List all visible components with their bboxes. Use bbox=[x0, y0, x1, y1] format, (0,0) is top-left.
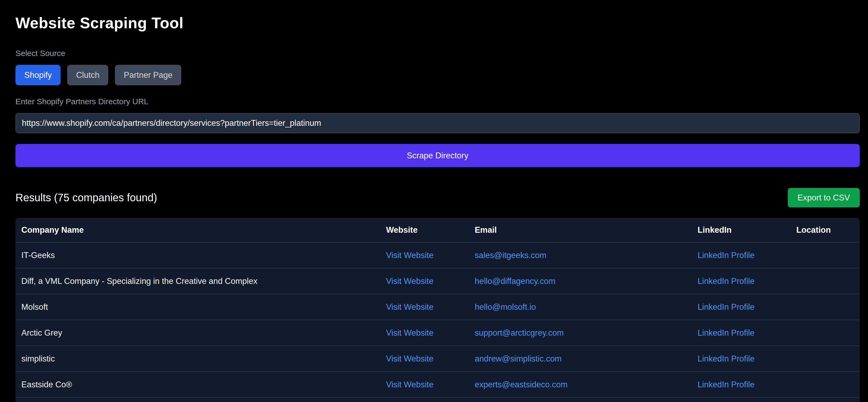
results-table: Company Name Website Email LinkedIn Loca… bbox=[16, 218, 860, 402]
email-cell: hello@molsoft.io bbox=[469, 294, 692, 320]
website-cell: Visit Website bbox=[380, 268, 469, 294]
visit-website-link[interactable]: Visit Website bbox=[386, 276, 433, 286]
directory-url-input[interactable] bbox=[16, 113, 860, 133]
visit-website-link[interactable]: Visit Website bbox=[386, 302, 433, 312]
email-link[interactable]: hello@diffagency.com bbox=[475, 276, 556, 286]
results-bar: Results (75 companies found) Export to C… bbox=[16, 188, 860, 207]
results-heading: Results (75 companies found) bbox=[16, 192, 157, 204]
location-cell bbox=[790, 268, 860, 294]
visit-website-link[interactable]: Visit Website bbox=[386, 380, 433, 389]
source-button-partner-page[interactable]: Partner Page bbox=[115, 65, 181, 85]
page-title: Website Scraping Tool bbox=[16, 14, 860, 32]
website-cell: Visit Website bbox=[380, 294, 469, 320]
header-website: Website bbox=[380, 218, 469, 242]
visit-website-link[interactable]: Visit Website bbox=[386, 354, 433, 363]
linkedin-profile-link[interactable]: LinkedIn Profile bbox=[698, 276, 755, 286]
source-button-shopify[interactable]: Shopify bbox=[16, 65, 61, 85]
email-cell: hello@diffagency.com bbox=[469, 268, 692, 294]
company-name-cell: Arctic Grey bbox=[16, 320, 380, 346]
select-source-label: Select Source bbox=[16, 49, 860, 58]
linkedin-profile-link[interactable]: LinkedIn Profile bbox=[698, 354, 755, 363]
website-cell: Visit Website bbox=[380, 320, 469, 346]
website-cell: Visit Website bbox=[380, 346, 469, 372]
company-name-cell: Eastside Co® bbox=[16, 372, 380, 398]
header-location: Location bbox=[790, 218, 860, 242]
location-cell bbox=[790, 346, 860, 372]
linkedin-cell: LinkedIn Profile bbox=[692, 294, 791, 320]
table-row: MolsoftVisit Websitehello@molsoft.ioLink… bbox=[16, 294, 860, 320]
table-row: Eastside Co®Visit Websiteexperts@eastsid… bbox=[16, 372, 860, 398]
table-header: Company Name Website Email LinkedIn Loca… bbox=[16, 218, 860, 242]
table-row: Arctic GreyVisit Websitesupport@arcticgr… bbox=[16, 320, 860, 346]
visit-website-link[interactable]: Visit Website bbox=[386, 251, 433, 260]
export-csv-button[interactable]: Export to CSV bbox=[788, 188, 860, 207]
email-cell: support@arcticgrey.com bbox=[469, 320, 692, 346]
company-name-cell: Diff, a VML Company - Specializing in th… bbox=[16, 268, 380, 294]
table-row: simplisticVisit Websiteandrew@simplistic… bbox=[16, 346, 860, 372]
location-cell bbox=[790, 372, 860, 398]
company-name-cell: IT-Geeks bbox=[16, 242, 380, 268]
email-cell: sales@itgeeks.com bbox=[469, 242, 692, 268]
linkedin-cell: LinkedIn Profile bbox=[692, 346, 791, 372]
source-button-group: Shopify Clutch Partner Page bbox=[16, 65, 860, 85]
table-row-partial bbox=[16, 398, 860, 402]
company-name-cell: Molsoft bbox=[16, 294, 380, 320]
header-email: Email bbox=[469, 218, 692, 242]
header-company-name: Company Name bbox=[16, 218, 380, 242]
location-cell bbox=[790, 242, 860, 268]
linkedin-cell: LinkedIn Profile bbox=[692, 268, 791, 294]
website-cell: Visit Website bbox=[380, 242, 469, 268]
visit-website-link[interactable]: Visit Website bbox=[386, 328, 433, 338]
email-link[interactable]: hello@molsoft.io bbox=[475, 302, 536, 312]
email-link[interactable]: experts@eastsideco.com bbox=[475, 380, 568, 389]
linkedin-cell: LinkedIn Profile bbox=[692, 372, 791, 398]
company-name-cell: simplistic bbox=[16, 346, 380, 372]
email-cell: andrew@simplistic.com bbox=[469, 346, 692, 372]
linkedin-cell: LinkedIn Profile bbox=[692, 320, 791, 346]
website-cell: Visit Website bbox=[380, 372, 469, 398]
linkedin-cell: LinkedIn Profile bbox=[692, 242, 791, 268]
table-row: IT-GeeksVisit Websitesales@itgeeks.comLi… bbox=[16, 242, 860, 268]
table-row: Diff, a VML Company - Specializing in th… bbox=[16, 268, 860, 294]
linkedin-profile-link[interactable]: LinkedIn Profile bbox=[698, 302, 755, 312]
app-root: Website Scraping Tool Select Source Shop… bbox=[0, 0, 868, 402]
linkedin-profile-link[interactable]: LinkedIn Profile bbox=[698, 380, 755, 389]
scrape-directory-button[interactable]: Scrape Directory bbox=[16, 144, 860, 167]
source-button-clutch[interactable]: Clutch bbox=[67, 65, 108, 85]
email-link[interactable]: andrew@simplistic.com bbox=[475, 354, 562, 363]
location-cell bbox=[790, 294, 860, 320]
linkedin-profile-link[interactable]: LinkedIn Profile bbox=[698, 251, 755, 260]
url-input-label: Enter Shopify Partners Directory URL bbox=[16, 97, 860, 106]
email-cell: experts@eastsideco.com bbox=[469, 372, 692, 398]
header-linkedin: LinkedIn bbox=[692, 218, 791, 242]
table-body: IT-GeeksVisit Websitesales@itgeeks.comLi… bbox=[16, 242, 860, 402]
email-link[interactable]: support@arcticgrey.com bbox=[475, 328, 564, 338]
results-table-container: Company Name Website Email LinkedIn Loca… bbox=[16, 218, 860, 402]
linkedin-profile-link[interactable]: LinkedIn Profile bbox=[698, 328, 755, 338]
email-link[interactable]: sales@itgeeks.com bbox=[475, 251, 547, 260]
location-cell bbox=[790, 320, 860, 346]
